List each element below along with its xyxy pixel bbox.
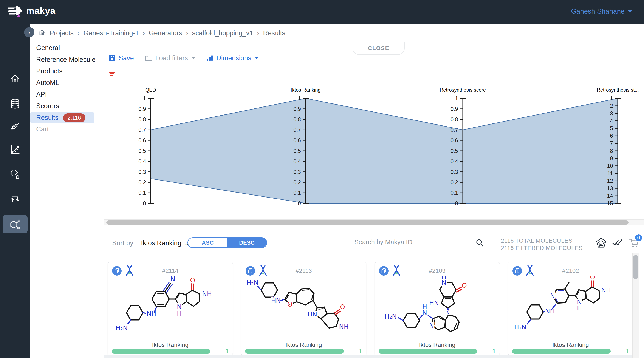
- scrollbar-thumb[interactable]: [633, 255, 638, 279]
- results-divider: [104, 228, 644, 228]
- svg-text:10: 10: [607, 163, 613, 169]
- select-all-icon[interactable]: [612, 239, 622, 248]
- code-gear-icon: [9, 168, 21, 180]
- sidebar-item-home[interactable]: [9, 72, 21, 84]
- scrollbar-thumb[interactable]: [106, 220, 628, 225]
- nav-item-products[interactable]: Products: [30, 65, 103, 77]
- sort-by-label: Sort by :: [112, 239, 137, 247]
- svg-text:0: 0: [298, 200, 301, 206]
- svg-text:0.1: 0.1: [138, 190, 146, 196]
- svg-text:0.3: 0.3: [138, 169, 146, 175]
- svg-text:0.1: 0.1: [293, 190, 301, 196]
- svg-text:0.8: 0.8: [138, 116, 146, 122]
- svg-text:H₂N: H₂N: [247, 279, 259, 287]
- svg-text:0.1: 0.1: [450, 190, 458, 196]
- svg-text:1: 1: [143, 95, 146, 101]
- svg-text:0.7: 0.7: [293, 127, 301, 133]
- sort-field-select[interactable]: Iktos Ranking ⌄: [141, 239, 190, 247]
- home-icon[interactable]: [38, 28, 46, 38]
- sidebar-item-data[interactable]: [9, 98, 21, 110]
- user-menu[interactable]: Ganesh Shahane: [571, 7, 632, 15]
- sort-desc-button[interactable]: DESC: [227, 238, 266, 247]
- search-icon[interactable]: [475, 238, 484, 248]
- nav-item-automl[interactable]: AutoML: [30, 77, 103, 89]
- svg-text:0.4: 0.4: [293, 158, 301, 164]
- svg-text:0.4: 0.4: [450, 158, 458, 164]
- svg-text:HN: HN: [308, 311, 317, 318]
- nav-item-general[interactable]: General: [30, 42, 103, 54]
- svg-text:N: N: [170, 277, 175, 283]
- nav-item-scorers[interactable]: Scorers: [30, 100, 103, 112]
- results-actions: 0: [596, 238, 640, 249]
- molecule-card[interactable]: #2109 N H O HN N N N H H₂N: [374, 262, 500, 356]
- svg-text:H₂N: H₂N: [115, 324, 128, 332]
- svg-text:O: O: [462, 282, 467, 289]
- search-input[interactable]: [294, 237, 473, 249]
- nav-item-reference-molecule[interactable]: Reference Molecule: [30, 54, 103, 65]
- svg-text:0.6: 0.6: [138, 137, 146, 143]
- svg-text:0.2: 0.2: [138, 179, 146, 185]
- metric-label: Iktos Ranking: [375, 342, 500, 348]
- svg-text:0.8: 0.8: [293, 116, 301, 122]
- results-count-badge: 2,116: [63, 113, 85, 122]
- load-filters-button[interactable]: Load filters: [145, 54, 196, 62]
- sidebar-item-dev-tools[interactable]: [9, 168, 21, 180]
- svg-text:9: 9: [610, 155, 613, 161]
- sidebar-collapse-button[interactable]: ›: [24, 27, 34, 37]
- breadcrumb-project[interactable]: Ganesh-Training-1: [84, 29, 139, 37]
- metric-progress: 1: [112, 349, 229, 354]
- sort-direction-toggle: ASC DESC: [188, 237, 267, 248]
- folder-icon: [145, 55, 152, 61]
- cart-button[interactable]: 0: [628, 238, 640, 249]
- breadcrumb-results[interactable]: Results: [263, 29, 285, 37]
- sidebar-item-models[interactable]: [9, 144, 21, 156]
- sort-asc-button[interactable]: ASC: [188, 238, 227, 247]
- svg-text:0.8: 0.8: [450, 116, 458, 122]
- breadcrumb-generators[interactable]: Generators: [149, 29, 182, 37]
- sort-field-value: Iktos Ranking: [141, 239, 182, 247]
- svg-text:1: 1: [298, 95, 301, 101]
- svg-text:6: 6: [610, 133, 613, 139]
- chevron-down-icon: [255, 57, 258, 59]
- save-button[interactable]: Save: [109, 54, 134, 62]
- molecule-card[interactable]: #2102 H₂N NH N N H O NH Iktos Ranking: [508, 262, 633, 356]
- svg-text:4: 4: [610, 118, 613, 124]
- nav-item-cart[interactable]: Cart: [30, 123, 103, 135]
- metric-progress: 1: [378, 349, 496, 354]
- nav-item-results[interactable]: Results 2,116: [30, 112, 94, 123]
- molecule-id: #2113: [241, 267, 366, 274]
- close-panel-button[interactable]: CLOSE: [352, 42, 405, 55]
- svg-text:H₂N: H₂N: [384, 313, 397, 320]
- molecule-card[interactable]: #2114 H₂N NH N N H O NH Ikt: [108, 262, 233, 356]
- progress-bar: [512, 349, 611, 354]
- svg-text:0.7: 0.7: [138, 127, 146, 133]
- top-bar: makya Ganesh Shahane: [0, 0, 644, 24]
- molecule-id: #2102: [508, 267, 633, 274]
- molecule-structure: H₂N NH N N H O NH: [514, 277, 627, 341]
- radar-chart-icon[interactable]: [596, 238, 606, 249]
- dimensions-button[interactable]: Dimensions: [206, 54, 258, 62]
- svg-text:1: 1: [455, 95, 458, 101]
- search-box: [294, 237, 473, 249]
- breadcrumb-generator[interactable]: scaffold_hopping_v1: [192, 29, 253, 37]
- svg-text:14: 14: [607, 193, 613, 199]
- sidebar-item-workflows[interactable]: [9, 193, 21, 205]
- chevron-separator-icon: ›: [143, 29, 145, 37]
- svg-text:13: 13: [607, 185, 613, 191]
- molecule-card[interactable]: #2113 H₂N HN O HN O NH Iktos Ranking: [241, 262, 366, 356]
- svg-text:HN: HN: [429, 299, 439, 307]
- filter-lines-icon[interactable]: [109, 71, 116, 77]
- nav-item-api[interactable]: API: [30, 89, 103, 100]
- results-vertical-scrollbar[interactable]: [632, 253, 639, 358]
- parallel-coordinates-chart[interactable]: QED10.90.80.70.60.50.40.30.20.10Iktos Ra…: [103, 86, 644, 208]
- results-toolbar: Sort by : Iktos Ranking ⌄ ASC DESC 2116 …: [103, 235, 644, 252]
- sidebar-item-generators[interactable]: [9, 218, 21, 230]
- svg-text:0: 0: [143, 200, 146, 206]
- molecule-id: #2109: [375, 267, 500, 274]
- svg-text:O: O: [590, 277, 595, 281]
- breadcrumb-projects[interactable]: Projects: [50, 29, 74, 37]
- sidebar-item-experiments[interactable]: [9, 120, 21, 132]
- chart-horizontal-scrollbar[interactable]: [104, 219, 644, 226]
- makya-logo[interactable]: makya: [7, 4, 56, 18]
- svg-text:H: H: [422, 303, 427, 310]
